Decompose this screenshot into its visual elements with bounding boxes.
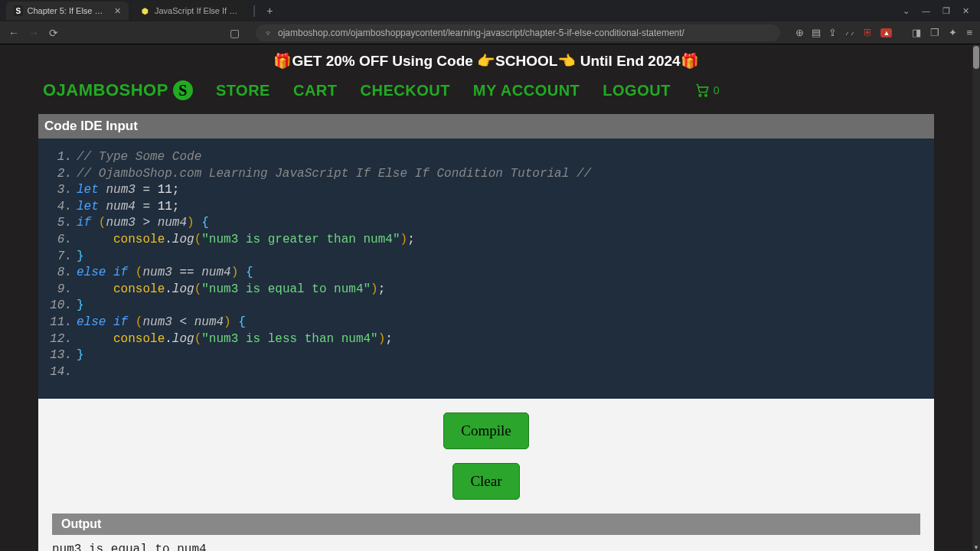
scrollbar-thumb[interactable] xyxy=(973,46,979,69)
site-nav: OJAMBOSHOP S STORE CART CHECKOUT MY ACCO… xyxy=(0,74,972,114)
content-wrap: Code IDE Input 1.// Type Some Code 2.// … xyxy=(0,114,972,551)
menu-icon[interactable]: ≡ xyxy=(966,27,972,38)
logo-text: OJAMBOSHOP xyxy=(43,80,168,100)
output-header: Output xyxy=(52,514,920,535)
share-icon[interactable]: ⇪ xyxy=(828,27,837,38)
output-body: num3 is equal to num4 xyxy=(38,535,934,551)
code-editor[interactable]: 1.// Type Some Code 2.// OjamboShop.com … xyxy=(38,139,934,399)
minimize-icon[interactable]: — xyxy=(922,6,930,16)
new-tab-button[interactable]: + xyxy=(266,5,273,17)
vertical-scrollbar[interactable]: ▲ ▼ xyxy=(972,44,980,551)
cart-widget[interactable]: 0 xyxy=(694,83,720,98)
maximize-icon[interactable]: ❐ xyxy=(942,6,950,16)
compile-button[interactable]: Compile xyxy=(443,412,528,449)
logo-s-icon: S xyxy=(173,80,193,100)
url-text: ojamboshop.com/ojamboshoppaycontent/lear… xyxy=(278,28,771,38)
nav-my-account[interactable]: MY ACCOUNT xyxy=(473,82,580,99)
cart-count: 0 xyxy=(714,84,720,96)
clear-button[interactable]: Clear xyxy=(452,463,519,500)
copy-icon[interactable]: ❐ xyxy=(930,27,939,38)
code-line: 9. console.log("num3 is equal to num4"); xyxy=(47,282,925,298)
nav-store[interactable]: STORE xyxy=(216,82,270,99)
site-info-icon[interactable]: ᯤ xyxy=(265,28,273,37)
browser-tab-inactive[interactable]: ⬢ JavaScript If Else If Statement - xyxy=(132,2,247,20)
code-line: 2.// OjamboShop.com Learning JavaScript … xyxy=(47,166,925,183)
close-window-icon[interactable]: ✕ xyxy=(962,6,969,16)
code-input-header: Code IDE Input xyxy=(38,114,934,139)
site-logo[interactable]: OJAMBOSHOP S xyxy=(43,80,193,100)
addr-bar-right: ◨ ❐ ✦ ≡ xyxy=(912,27,972,38)
reload-button[interactable]: ⟳ xyxy=(47,27,60,39)
shield-icon[interactable]: ⛨ xyxy=(863,27,873,38)
code-line: 6. console.log("num3 is greater than num… xyxy=(47,232,925,249)
tab-title: JavaScript If Else If Statement - xyxy=(155,6,239,15)
code-line: 10.} xyxy=(47,298,925,315)
code-line: 11.else if (num3 < num4) { xyxy=(47,315,925,331)
window-controls: ⌄ — ❐ ✕ xyxy=(903,6,974,16)
url-bar[interactable]: ᯤ ojamboshop.com/ojamboshoppaycontent/le… xyxy=(256,24,780,41)
code-line: 5.if (num3 > num4) { xyxy=(47,215,925,232)
code-line: 1.// Type Some Code xyxy=(47,149,925,166)
page-content: 🎁GET 20% OFF Using Code 👉SCHOOL👈 Until E… xyxy=(0,44,972,551)
back-button[interactable]: ← xyxy=(8,27,20,39)
extension-badge-icon[interactable]: ▲ xyxy=(880,28,892,37)
promo-banner: 🎁GET 20% OFF Using Code 👉SCHOOL👈 Until E… xyxy=(0,44,972,74)
tab-separator: | xyxy=(253,4,256,18)
svg-point-1 xyxy=(705,94,707,96)
button-area: Compile Clear Output num3 is equal to nu… xyxy=(38,399,934,551)
addr-bar-actions: ⊕ ▤ ⇪ ៸៸ ⛨ ▲ xyxy=(795,27,892,38)
zoom-icon[interactable]: ⊕ xyxy=(795,27,804,38)
favicon-js-icon: ⬢ xyxy=(139,5,150,16)
browser-tab-bar: S Chapter 5: If Else Conditio ✕ ⬢ JavaSc… xyxy=(0,0,980,21)
code-line: 13.} xyxy=(47,347,925,364)
code-line: 8.else if (num3 == num4) { xyxy=(47,265,925,282)
svg-point-0 xyxy=(699,94,701,96)
code-line: 3.let num3 = 11; xyxy=(47,182,925,199)
code-line: 4.let num4 = 11; xyxy=(47,199,925,216)
favicon-s-icon: S xyxy=(14,5,23,16)
nav-checkout[interactable]: CHECKOUT xyxy=(361,82,450,99)
code-line: 12. console.log("num3 is less than num4"… xyxy=(47,331,925,348)
dropdown-icon[interactable]: ⌄ xyxy=(903,6,910,16)
panel-icon[interactable]: ◨ xyxy=(912,27,921,38)
nav-cart[interactable]: CART xyxy=(293,82,338,99)
code-line: 7.} xyxy=(47,249,925,266)
sparkle-icon[interactable]: ✦ xyxy=(949,27,957,38)
tab-title: Chapter 5: If Else Conditio xyxy=(28,6,109,15)
forward-button[interactable]: → xyxy=(28,27,40,39)
tab-close-icon[interactable]: ✕ xyxy=(114,6,121,16)
cart-icon xyxy=(694,83,710,98)
reader-icon[interactable]: ▤ xyxy=(812,27,821,38)
bookmark-icon[interactable]: ▢ xyxy=(228,27,240,39)
code-line: 14. xyxy=(47,364,925,381)
address-bar: ← → ⟳ ▢ ᯤ ojamboshop.com/ojamboshoppayco… xyxy=(0,21,980,44)
nav-logout[interactable]: LOGOUT xyxy=(603,82,671,99)
scroll-down-icon[interactable]: ▼ xyxy=(972,544,980,551)
browser-tab-active[interactable]: S Chapter 5: If Else Conditio ✕ xyxy=(6,2,129,20)
rss-icon[interactable]: ៸៸ xyxy=(844,27,855,38)
